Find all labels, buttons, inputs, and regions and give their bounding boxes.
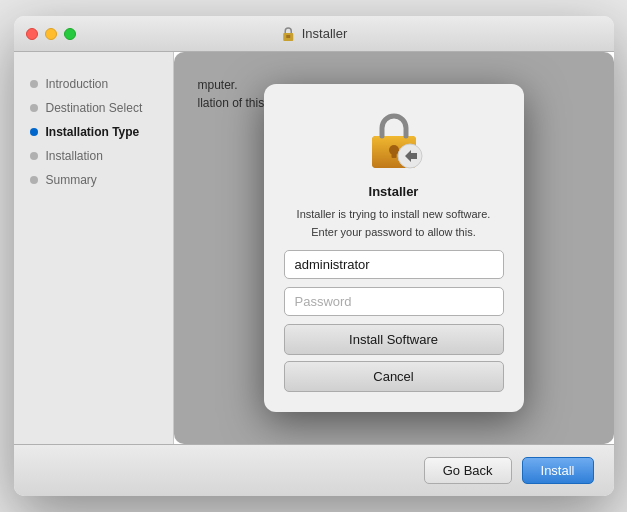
title-bar-title: Installer (280, 26, 348, 42)
go-back-button[interactable]: Go Back (424, 457, 512, 484)
bottom-bar: Go Back Install (14, 444, 614, 496)
sidebar-dot-installation-type (30, 128, 38, 136)
dialog-message-2: Enter your password to allow this. (311, 226, 475, 238)
sidebar-dot-installation (30, 152, 38, 160)
svg-rect-1 (286, 35, 290, 38)
title-bar: Installer (14, 16, 614, 52)
username-input[interactable] (284, 250, 504, 279)
minimize-button[interactable] (45, 28, 57, 40)
password-input[interactable] (284, 287, 504, 316)
sidebar-item-destination-select[interactable]: Destination Select (14, 96, 173, 120)
auth-dialog: Installer Installer is trying to install… (264, 84, 524, 412)
sidebar: Introduction Destination Select Installa… (14, 52, 174, 444)
dialog-title: Installer (369, 184, 419, 199)
sidebar-item-introduction[interactable]: Introduction (14, 72, 173, 96)
close-button[interactable] (26, 28, 38, 40)
sidebar-item-installation-type[interactable]: Installation Type (14, 120, 173, 144)
dialog-message-1: Installer is trying to install new softw… (297, 207, 491, 222)
traffic-lights (26, 28, 76, 40)
install-button[interactable]: Install (522, 457, 594, 484)
sidebar-dot-summary (30, 176, 38, 184)
sidebar-dot-introduction (30, 80, 38, 88)
sidebar-item-summary[interactable]: Summary (14, 168, 173, 192)
sidebar-item-installation[interactable]: Installation (14, 144, 173, 168)
overlay-backdrop: Installer Installer is trying to install… (174, 52, 614, 444)
cancel-button[interactable]: Cancel (284, 361, 504, 392)
sidebar-dot-destination (30, 104, 38, 112)
svg-rect-5 (391, 150, 396, 158)
installer-window: Installer Introduction Destination Selec… (14, 16, 614, 496)
installer-icon-small (280, 26, 296, 42)
lock-icon (362, 108, 426, 172)
window-body: Introduction Destination Select Installa… (14, 52, 614, 444)
maximize-button[interactable] (64, 28, 76, 40)
install-software-button[interactable]: Install Software (284, 324, 504, 355)
main-content: mputer. llation of this software (174, 52, 614, 444)
